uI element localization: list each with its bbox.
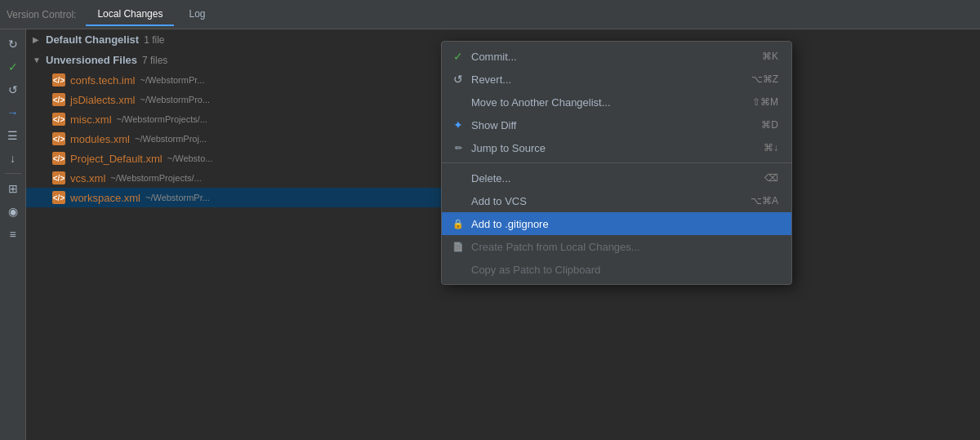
file-path-modules: ~/WebstormProj... xyxy=(135,134,207,144)
tab-bar: Version Control: Local Changes Log xyxy=(0,0,980,29)
file-icon-project: </> xyxy=(52,152,65,165)
delete-icon xyxy=(452,171,465,184)
menu-item-copy-patch[interactable]: Copy as Patch to Clipboard xyxy=(442,258,791,281)
file-name-modules: modules.xml xyxy=(70,133,130,145)
file-tree: ▶ Default Changelist 1 file ▼ Unversione… xyxy=(26,29,467,440)
move-changelist-icon xyxy=(452,96,465,109)
menu-item-delete[interactable]: Delete... ⌫ xyxy=(442,167,791,189)
unversioned-files-header[interactable]: ▼ Unversioned Files 7 files xyxy=(26,50,467,70)
menu-item-move-label: Move to Another Changelist... xyxy=(471,96,611,109)
menu-item-copy-patch-left: Copy as Patch to Clipboard xyxy=(452,263,600,276)
file-path-misc: ~/WebstormProjects/... xyxy=(117,114,207,124)
menu-item-diff-left: ✦ Show Diff xyxy=(452,118,516,131)
file-icon-workspace: </> xyxy=(52,191,65,204)
menu-item-commit-left: ✓ Commit... xyxy=(452,50,517,63)
menu-item-jump-left: ✏ Jump to Source xyxy=(452,141,546,154)
version-control-label: Version Control: xyxy=(7,9,76,20)
file-item-project[interactable]: </> Project_Default.xml ~/Websto... xyxy=(26,149,467,168)
file-name-js: jsDialects.xml xyxy=(70,94,135,106)
menu-item-show-diff[interactable]: ✦ Show Diff ⌘D xyxy=(442,113,791,136)
gitignore-icon: 🔒 xyxy=(452,217,465,230)
menu-item-commit-label: Commit... xyxy=(471,51,517,63)
file-path-vcs: ~/WebstormProjects/... xyxy=(110,173,201,183)
menu-shortcut-add-vcs: ⌥⌘A xyxy=(751,195,778,207)
file-name-workspace: workspace.xml xyxy=(70,192,140,204)
menu-item-revert-left: ↺ Revert... xyxy=(452,73,511,86)
menu-item-gitignore-label: Add to .gitignore xyxy=(471,218,549,230)
default-changelist-header[interactable]: ▶ Default Changelist 1 file xyxy=(26,29,467,50)
menu-item-add-gitignore[interactable]: 🔒 Add to .gitignore xyxy=(442,212,791,235)
lines-button[interactable]: ≡ xyxy=(3,224,23,244)
default-changelist-count: 1 file xyxy=(144,34,164,46)
file-item-confs[interactable]: </> confs.tech.iml ~/WebstormPr... xyxy=(26,70,467,90)
menu-item-gitignore-left: 🔒 Add to .gitignore xyxy=(452,217,549,230)
menu-item-create-patch[interactable]: 📄 Create Patch from Local Changes... xyxy=(442,235,791,258)
file-item-modules[interactable]: </> modules.xml ~/WebstormProj... xyxy=(26,129,467,149)
menu-item-create-patch-label: Create Patch from Local Changes... xyxy=(471,241,640,253)
file-item-vcs[interactable]: </> vcs.xml ~/WebstormProjects/... xyxy=(26,168,467,188)
menu-item-create-patch-left: 📄 Create Patch from Local Changes... xyxy=(452,240,640,253)
unversioned-files-title: Unversioned Files xyxy=(46,54,137,66)
menu-item-commit[interactable]: ✓ Commit... ⌘K xyxy=(442,45,791,68)
menu-shortcut-move: ⇧⌘M xyxy=(752,96,778,108)
file-icon-vcs: </> xyxy=(52,171,65,184)
file-name-confs: confs.tech.iml xyxy=(70,74,135,87)
unversioned-files-arrow: ▼ xyxy=(33,56,42,64)
unversioned-files-count: 7 files xyxy=(142,55,167,66)
menu-item-diff-label: Show Diff xyxy=(471,119,516,131)
create-patch-icon: 📄 xyxy=(452,240,465,253)
tab-log[interactable]: Log xyxy=(177,3,216,26)
menu-separator-1 xyxy=(442,162,791,163)
default-changelist-arrow: ▶ xyxy=(33,35,42,44)
arrow-right-button[interactable]: → xyxy=(3,103,23,122)
menu-item-delete-label: Delete... xyxy=(471,172,510,184)
commit-icon: ✓ xyxy=(452,50,465,63)
file-icon-modules: </> xyxy=(52,132,65,145)
eye-button[interactable]: ◉ xyxy=(3,202,23,221)
toolbar-separator xyxy=(5,173,21,174)
file-item-js[interactable]: </> jsDialects.xml ~/WebstormPro... xyxy=(26,90,467,109)
file-icon-misc: </> xyxy=(52,113,65,126)
menu-shortcut-revert: ⌥⌘Z xyxy=(751,73,778,85)
menu-shortcut-jump: ⌘↓ xyxy=(764,142,778,153)
menu-shortcut-diff: ⌘D xyxy=(761,119,778,131)
file-name-project: Project_Default.xml xyxy=(70,153,163,165)
menu-item-move-left: Move to Another Changelist... xyxy=(452,96,611,109)
file-item-workspace[interactable]: </> workspace.xml ~/WebstormPr... xyxy=(26,188,467,207)
menu-item-jump-source[interactable]: ✏ Jump to Source ⌘↓ xyxy=(442,136,791,159)
left-toolbar: ↻ ✓ ↺ → ☰ ↓ ⊞ ◉ ≡ xyxy=(0,29,26,440)
menu-item-revert[interactable]: ↺ Revert... ⌥⌘Z xyxy=(442,68,791,91)
file-item-misc[interactable]: </> misc.xml ~/WebstormProjects/... xyxy=(26,109,467,129)
menu-item-move-changelist[interactable]: Move to Another Changelist... ⇧⌘M xyxy=(442,91,791,113)
download-button[interactable]: ↓ xyxy=(3,149,23,168)
copy-patch-icon xyxy=(452,263,465,276)
menu-item-add-vcs-label: Add to VCS xyxy=(471,195,527,207)
jump-source-icon: ✏ xyxy=(452,141,465,154)
file-name-vcs: vcs.xml xyxy=(70,172,105,184)
context-menu: ✓ Commit... ⌘K ↺ Revert... ⌥⌘Z Move to A… xyxy=(441,41,792,285)
menu-shortcut-commit: ⌘K xyxy=(762,51,778,62)
add-vcs-icon xyxy=(452,194,465,207)
refresh-button[interactable]: ↻ xyxy=(3,34,23,54)
menu-item-delete-left: Delete... xyxy=(452,171,510,184)
check-button[interactable]: ✓ xyxy=(3,57,23,77)
tab-local-changes[interactable]: Local Changes xyxy=(86,3,174,26)
default-changelist-title: Default Changelist xyxy=(46,33,139,46)
menu-shortcut-delete: ⌫ xyxy=(764,172,778,184)
file-icon-js: </> xyxy=(52,93,65,106)
file-path-confs: ~/WebstormPr... xyxy=(140,75,204,85)
menu-item-revert-label: Revert... xyxy=(471,73,511,86)
revert-icon: ↺ xyxy=(452,73,465,86)
document-button[interactable]: ☰ xyxy=(3,126,23,145)
grid-button[interactable]: ⊞ xyxy=(3,179,23,198)
file-path-workspace: ~/WebstormPr... xyxy=(145,193,210,202)
file-path-project: ~/Websto... xyxy=(167,153,213,163)
file-path-js: ~/WebstormPro... xyxy=(140,95,210,104)
file-name-misc: misc.xml xyxy=(70,113,112,126)
undo-button[interactable]: ↺ xyxy=(3,80,23,100)
menu-item-add-vcs-left: Add to VCS xyxy=(452,194,527,207)
show-diff-icon: ✦ xyxy=(452,118,465,131)
file-icon-confs: </> xyxy=(52,73,65,87)
menu-item-add-vcs[interactable]: Add to VCS ⌥⌘A xyxy=(442,189,791,212)
main-layout: ↻ ✓ ↺ → ☰ ↓ ⊞ ◉ ≡ ▶ Default Changelist 1… xyxy=(0,29,980,440)
